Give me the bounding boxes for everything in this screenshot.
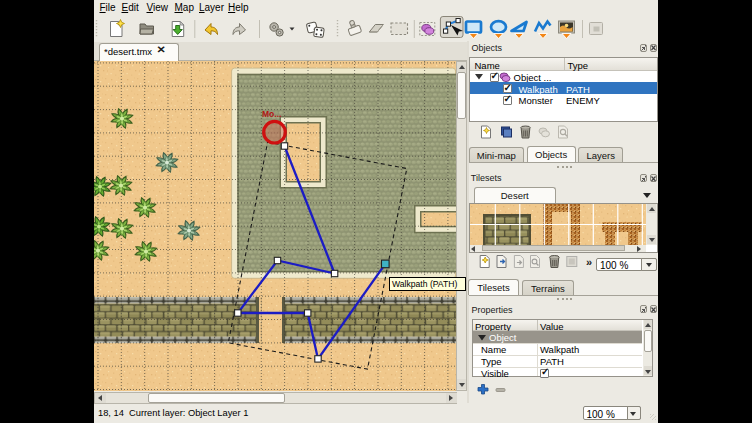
svg-text:Mo...: Mo... (262, 109, 281, 119)
svg-text:»: » (586, 256, 592, 268)
